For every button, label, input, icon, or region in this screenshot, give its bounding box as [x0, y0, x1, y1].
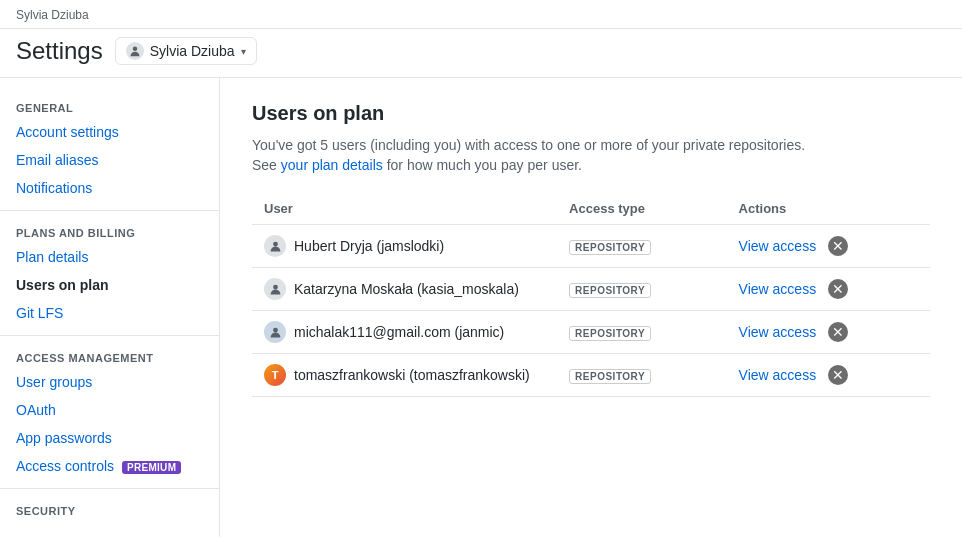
user-name: michalak111@gmail.com (janmic): [294, 324, 504, 340]
table-row: michalak111@gmail.com (janmic) REPOSITOR…: [252, 311, 930, 354]
sidebar-section-general: General: [0, 94, 219, 118]
user-cell: T tomaszfrankowski (tomaszfrankowski): [252, 354, 557, 397]
sidebar-item-access-controls[interactable]: Access controls PREMIUM: [0, 452, 219, 480]
premium-badge: PREMIUM: [122, 461, 181, 474]
user-cell: Hubert Dryja (jamslodki): [252, 225, 557, 268]
sidebar-divider-2: [0, 335, 219, 336]
view-access-link[interactable]: View access: [739, 367, 817, 383]
sidebar-item-git-lfs[interactable]: Git LFS: [0, 299, 219, 327]
remove-user-button[interactable]: ✕: [828, 279, 848, 299]
col-header-access: Access type: [557, 193, 727, 225]
avatar: [264, 321, 286, 343]
actions-cell: View access ✕: [727, 225, 930, 268]
sidebar-item-app-passwords[interactable]: App passwords: [0, 424, 219, 452]
user-name: tomaszfrankowski (tomaszfrankowski): [294, 367, 530, 383]
sidebar: General Account settings Email aliases N…: [0, 78, 220, 537]
svg-point-0: [273, 241, 278, 246]
actions-cell: View access ✕: [727, 311, 930, 354]
access-type-cell: REPOSITORY: [557, 354, 727, 397]
table-row: Katarzyna Moskała (kasia_moskala) REPOSI…: [252, 268, 930, 311]
sidebar-section-security: Security: [0, 497, 219, 521]
plan-details-link[interactable]: your plan details: [281, 157, 383, 173]
remove-user-button[interactable]: ✕: [828, 236, 848, 256]
sidebar-item-email-aliases[interactable]: Email aliases: [0, 146, 219, 174]
sidebar-item-access-controls-label: Access controls: [16, 458, 114, 474]
sidebar-section-access: Access Management: [0, 344, 219, 368]
svg-point-2: [273, 327, 278, 332]
table-row: T tomaszfrankowski (tomaszfrankowski) RE…: [252, 354, 930, 397]
chevron-down-icon: ▾: [241, 46, 246, 57]
user-selector-label: Sylvia Dziuba: [150, 43, 235, 59]
repo-badge: REPOSITORY: [569, 326, 651, 341]
repo-badge: REPOSITORY: [569, 283, 651, 298]
remove-user-button[interactable]: ✕: [828, 322, 848, 342]
users-table: User Access type Actions Hubert Dryja (j…: [252, 193, 930, 397]
avatar: [264, 235, 286, 257]
layout: General Account settings Email aliases N…: [0, 78, 962, 537]
view-access-link[interactable]: View access: [739, 238, 817, 254]
top-username: Sylvia Dziuba: [16, 8, 946, 22]
user-selector-avatar: [126, 42, 144, 60]
actions-cell: View access ✕: [727, 268, 930, 311]
access-type-cell: REPOSITORY: [557, 268, 727, 311]
col-header-actions: Actions: [727, 193, 930, 225]
sidebar-item-users-on-plan[interactable]: Users on plan: [0, 271, 219, 299]
repo-badge: REPOSITORY: [569, 240, 651, 255]
access-type-cell: REPOSITORY: [557, 225, 727, 268]
sidebar-divider-3: [0, 488, 219, 489]
user-cell: michalak111@gmail.com (janmic): [252, 311, 557, 354]
sidebar-item-plan-details[interactable]: Plan details: [0, 243, 219, 271]
settings-title: Settings: [16, 37, 103, 65]
page-title: Users on plan: [252, 102, 930, 125]
avatar: [264, 278, 286, 300]
user-name: Hubert Dryja (jamslodki): [294, 238, 444, 254]
table-row: Hubert Dryja (jamslodki) REPOSITORY View…: [252, 225, 930, 268]
sidebar-item-user-groups[interactable]: User groups: [0, 368, 219, 396]
user-name: Katarzyna Moskała (kasia_moskala): [294, 281, 519, 297]
user-cell: Katarzyna Moskała (kasia_moskala): [252, 268, 557, 311]
settings-header: Settings Sylvia Dziuba ▾: [0, 29, 962, 78]
sidebar-divider-1: [0, 210, 219, 211]
description-line2: See your plan details for how much you p…: [252, 157, 930, 173]
sidebar-item-account-settings[interactable]: Account settings: [0, 118, 219, 146]
user-selector-button[interactable]: Sylvia Dziuba ▾: [115, 37, 257, 65]
remove-user-button[interactable]: ✕: [828, 365, 848, 385]
svg-point-1: [273, 284, 278, 289]
avatar: T: [264, 364, 286, 386]
description-suffix: for how much you pay per user.: [383, 157, 582, 173]
description-line1: You've got 5 users (including you) with …: [252, 137, 930, 153]
description-see: See: [252, 157, 281, 173]
sidebar-section-billing: Plans and Billing: [0, 219, 219, 243]
view-access-link[interactable]: View access: [739, 324, 817, 340]
sidebar-item-notifications[interactable]: Notifications: [0, 174, 219, 202]
top-bar: Sylvia Dziuba: [0, 0, 962, 29]
sidebar-item-oauth[interactable]: OAuth: [0, 396, 219, 424]
access-type-cell: REPOSITORY: [557, 311, 727, 354]
col-header-user: User: [252, 193, 557, 225]
actions-cell: View access ✕: [727, 354, 930, 397]
main-content: Users on plan You've got 5 users (includ…: [220, 78, 962, 537]
repo-badge: REPOSITORY: [569, 369, 651, 384]
view-access-link[interactable]: View access: [739, 281, 817, 297]
